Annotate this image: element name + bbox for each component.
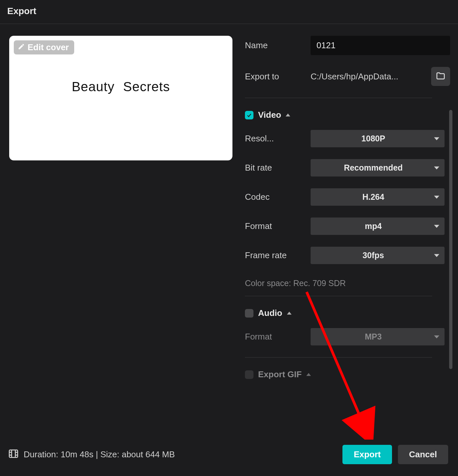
video-section-title: Video <box>258 110 281 120</box>
caret-up-icon <box>306 373 311 376</box>
pencil-icon <box>18 42 25 52</box>
browse-folder-button[interactable] <box>431 67 450 86</box>
divider <box>245 296 432 296</box>
content-area: Edit cover Beauty Secrets Name Export to… <box>0 24 458 389</box>
resolution-label: Resol... <box>245 134 304 144</box>
format-label: Format <box>245 221 304 231</box>
audio-format-value: MP3 <box>365 332 382 341</box>
divider <box>245 357 432 358</box>
settings-scroll-region: Video Resol... 1080P Bit rate Recommende… <box>245 110 445 380</box>
codec-row: Codec H.264 <box>245 188 445 206</box>
export-to-label: Export to <box>245 72 304 82</box>
name-label: Name <box>245 40 304 51</box>
name-row: Name <box>245 36 450 55</box>
export-button[interactable]: Export <box>342 445 392 464</box>
codec-select[interactable]: H.264 <box>311 188 445 206</box>
divider <box>245 98 432 98</box>
name-input[interactable] <box>311 36 450 55</box>
video-format-value: mp4 <box>365 221 382 231</box>
audio-format-row: Format MP3 <box>245 328 445 345</box>
footer: Duration: 10m 48s | Size: about 644 MB E… <box>0 436 458 476</box>
film-icon <box>8 448 19 461</box>
audio-checkbox[interactable] <box>245 309 253 318</box>
caret-up-icon <box>287 312 292 315</box>
audio-format-label: Format <box>245 332 304 342</box>
scrollbar[interactable] <box>449 110 452 369</box>
svg-rect-0 <box>9 450 18 457</box>
chevron-down-icon <box>434 335 439 338</box>
bitrate-row: Bit rate Recommended <box>245 159 445 176</box>
framerate-label: Frame rate <box>245 250 304 260</box>
codec-label: Codec <box>245 192 304 202</box>
chevron-down-icon <box>434 166 439 169</box>
video-section-header[interactable]: Video <box>245 110 445 120</box>
gif-section-header[interactable]: Export GIF <box>245 369 445 380</box>
color-space-text: Color space: Rec. 709 SDR <box>245 279 445 288</box>
framerate-value: 30fps <box>362 251 384 260</box>
audio-section-title: Audio <box>258 308 282 318</box>
caret-up-icon <box>286 114 290 116</box>
chevron-down-icon <box>434 196 439 198</box>
gif-checkbox <box>245 370 253 379</box>
edit-cover-button[interactable]: Edit cover <box>14 40 74 54</box>
chevron-down-icon <box>434 225 439 228</box>
cancel-button[interactable]: Cancel <box>398 445 448 464</box>
framerate-row: Frame rate 30fps <box>245 247 445 264</box>
cover-preview: Edit cover Beauty Secrets <box>9 36 232 160</box>
duration-size-text: Duration: 10m 48s | Size: about 644 MB <box>24 449 175 460</box>
resolution-row: Resol... 1080P <box>245 130 445 147</box>
format-row: Format mp4 <box>245 217 445 235</box>
chevron-down-icon <box>434 137 439 140</box>
footer-info: Duration: 10m 48s | Size: about 644 MB <box>8 448 175 461</box>
bitrate-select[interactable]: Recommended <box>311 159 445 176</box>
window-title: Export <box>7 6 451 16</box>
cover-thumbnail-text: Beauty Secrets <box>72 79 170 94</box>
codec-value: H.264 <box>362 192 384 201</box>
resolution-value: 1080P <box>361 134 385 143</box>
settings-column: Name Export to C:/Users/hp/AppData... Vi… <box>245 36 450 389</box>
resolution-select[interactable]: 1080P <box>311 130 445 147</box>
preview-column: Edit cover Beauty Secrets <box>9 36 232 389</box>
folder-icon <box>436 71 446 82</box>
audio-section-header[interactable]: Audio <box>245 308 445 318</box>
gif-section-title: Export GIF <box>258 369 302 380</box>
export-to-row: Export to C:/Users/hp/AppData... <box>245 67 450 86</box>
audio-format-select: MP3 <box>311 328 445 345</box>
video-format-select[interactable]: mp4 <box>311 217 445 235</box>
bitrate-label: Bit rate <box>245 163 304 173</box>
titlebar: Export <box>0 0 458 24</box>
framerate-select[interactable]: 30fps <box>311 247 445 264</box>
chevron-down-icon <box>434 254 439 257</box>
footer-buttons: Export Cancel <box>342 445 448 464</box>
video-checkbox[interactable] <box>245 111 253 119</box>
edit-cover-label: Edit cover <box>28 42 69 52</box>
bitrate-value: Recommended <box>344 163 403 172</box>
export-path-value: C:/Users/hp/AppData... <box>311 72 425 82</box>
